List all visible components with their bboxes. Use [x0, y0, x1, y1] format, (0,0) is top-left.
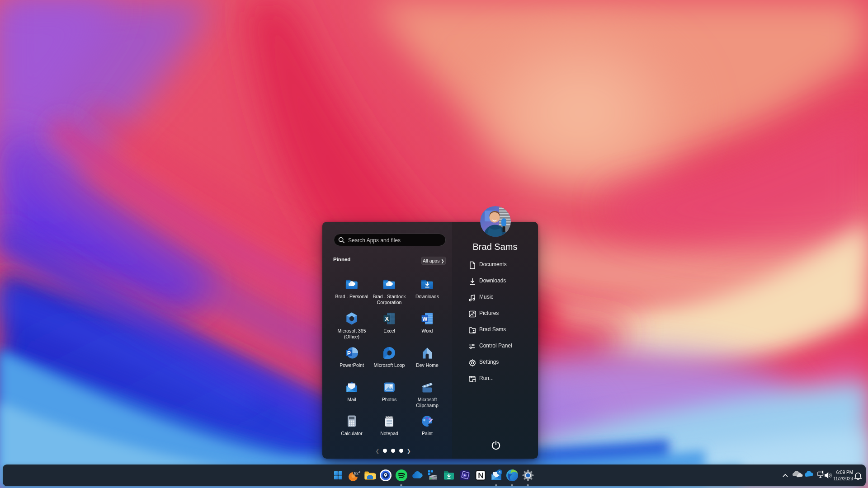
svg-text:W: W — [422, 316, 428, 322]
svg-text:62°: 62° — [354, 470, 361, 475]
svg-text:P: P — [347, 350, 351, 357]
svg-text:4: 4 — [498, 470, 500, 474]
svg-text:X: X — [385, 315, 389, 322]
